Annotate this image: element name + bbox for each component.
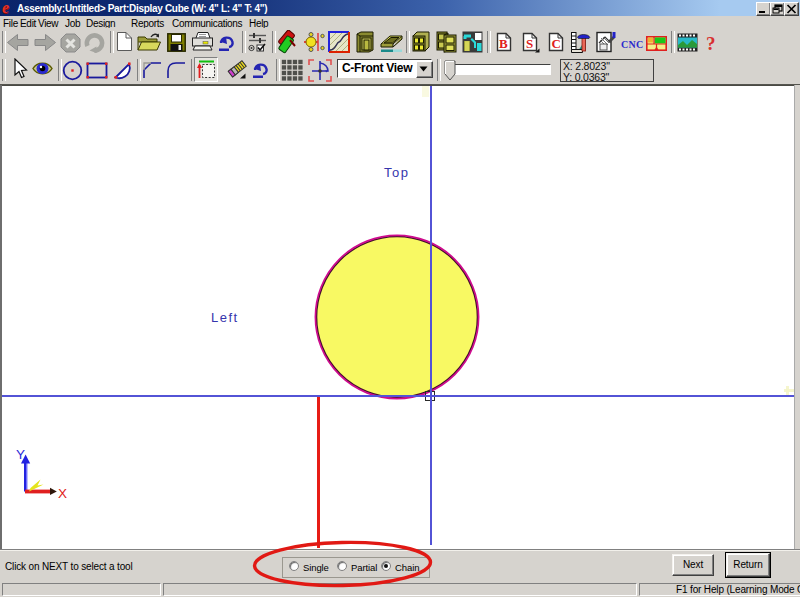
svg-text:C: C: [552, 36, 561, 51]
svg-text:X: X: [58, 486, 67, 501]
svg-text:S: S: [526, 36, 533, 51]
svg-text:B: B: [499, 36, 508, 51]
